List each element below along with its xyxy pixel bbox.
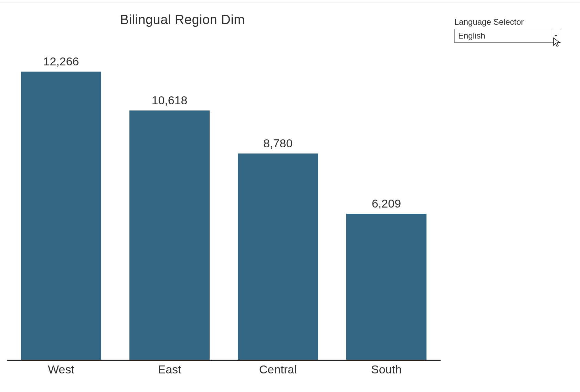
chevron-down-icon[interactable]: [551, 29, 561, 42]
bar[interactable]: [238, 153, 318, 360]
bar-slot: 12,266: [7, 55, 115, 360]
category-label: Central: [224, 361, 332, 378]
language-selector-value: English: [455, 29, 551, 42]
bar[interactable]: [346, 214, 426, 360]
bar-value-label: 6,209: [372, 197, 401, 210]
bar[interactable]: [21, 72, 101, 360]
bar-slot: 6,209: [332, 197, 441, 360]
category-label: South: [332, 361, 441, 378]
bars-row: 12,26610,6188,7806,209: [7, 34, 441, 360]
bar[interactable]: [129, 110, 210, 360]
bar-slot: 8,780: [224, 137, 332, 360]
category-label: East: [115, 361, 224, 378]
bar-chart: 12,26610,6188,7806,209 WestEastCentralSo…: [7, 34, 441, 378]
dashboard-stage: Bilingual Region Dim Language Selector E…: [0, 3, 580, 388]
category-label: West: [7, 361, 115, 378]
chart-title: Bilingual Region Dim: [0, 12, 365, 27]
language-selector: Language Selector English: [454, 17, 561, 43]
bar-value-label: 12,266: [43, 55, 79, 68]
bar-value-label: 10,618: [152, 94, 188, 107]
category-axis: WestEastCentralSouth: [7, 361, 441, 378]
bar-value-label: 8,780: [263, 137, 293, 150]
language-selector-dropdown[interactable]: English: [454, 29, 561, 43]
bar-slot: 10,618: [115, 94, 224, 360]
language-selector-label: Language Selector: [454, 17, 561, 27]
top-divider: [0, 2, 580, 2]
